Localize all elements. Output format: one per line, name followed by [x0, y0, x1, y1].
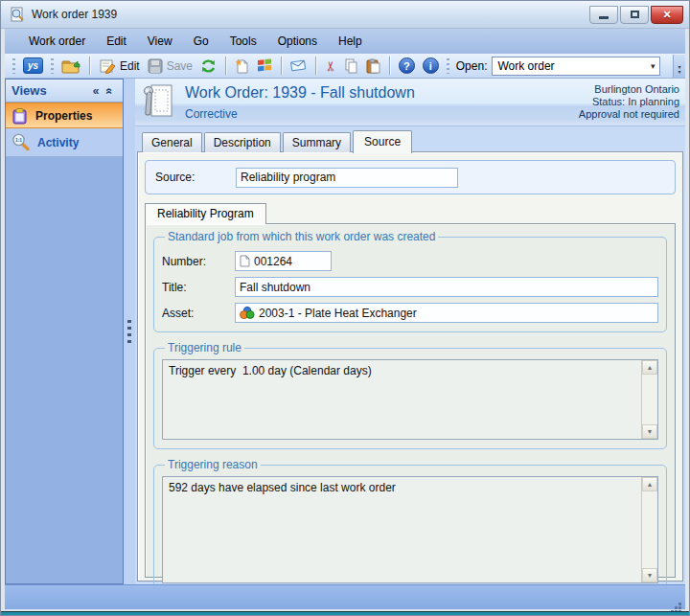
maximize-button[interactable] [620, 6, 649, 24]
menu-edit[interactable]: Edit [96, 31, 137, 52]
source-label: Source: [155, 171, 236, 184]
info-icon: i [423, 57, 439, 74]
document-header: Work Order: 1939 - Fall shutdown Correct… [135, 79, 685, 126]
info-button[interactable]: i [419, 56, 443, 76]
number-field[interactable]: 001264 [235, 251, 332, 271]
logo-button[interactable]: ys [19, 56, 47, 76]
tab-source[interactable]: Source [353, 130, 412, 153]
edit-icon [99, 58, 116, 74]
asset-field[interactable]: 2003-1 - Plate Heat Exchanger [235, 303, 658, 323]
title-label: Title: [162, 281, 235, 294]
tab-general[interactable]: General [142, 132, 202, 152]
asset-value: 2003-1 - Plate Heat Exchanger [259, 307, 417, 320]
vertical-scrollbar[interactable]: ▲ ▼ [641, 477, 657, 582]
help-button[interactable]: ? [395, 56, 419, 76]
activity-magnifier-icon: 1:1 [12, 133, 31, 151]
collapse-up-icon[interactable]: « [104, 83, 117, 98]
tab-strip: General Description Summary Source [142, 131, 414, 152]
triggering-reason-group: Triggering reason 592 days have elapsed … [153, 458, 667, 593]
views-sidebar: Views « « Properties 1:1 Ac [5, 79, 124, 584]
minimize-button[interactable] [589, 6, 618, 24]
window-controls: ✕ [589, 6, 683, 24]
envelope-icon [290, 59, 307, 72]
open-folder-button[interactable] [58, 57, 84, 76]
document-titles: Work Order: 1939 - Fall shutdown Correct… [185, 82, 415, 125]
subtab-reliability-program[interactable]: Reliability Program [145, 203, 266, 224]
menu-help[interactable]: Help [328, 31, 373, 52]
new-document-button[interactable] [231, 57, 253, 76]
toolbar-grip[interactable] [12, 58, 15, 74]
triggering-rule-group: Triggering rule Trigger every 1.00 day (… [153, 341, 667, 449]
copy-button[interactable] [340, 57, 362, 76]
menu-bar: Work order Edit View Go Tools Options He… [5, 29, 685, 54]
windows-button[interactable] [253, 57, 276, 75]
menu-options[interactable]: Options [267, 31, 328, 52]
triggering-rule-textarea[interactable]: Trigger every 1.00 day (Calendar days) ▲… [162, 359, 658, 440]
toolbar-overflow-button[interactable]: ▾ ▾ [673, 55, 685, 78]
app-logo-icon: ys [23, 57, 43, 74]
paste-button[interactable] [362, 57, 384, 76]
title-field[interactable]: Fall shutdown [235, 277, 658, 297]
collapse-left-icon[interactable]: « [89, 84, 104, 98]
folder-up-icon [61, 58, 80, 74]
save-button[interactable]: Save [144, 57, 196, 76]
send-button[interactable] [287, 57, 310, 74]
document-small-icon [240, 255, 250, 267]
toolbar: ys Edit [5, 54, 685, 79]
refresh-button[interactable] [196, 57, 220, 76]
source-field[interactable]: Reliability program [236, 168, 458, 188]
toolbar-separator [315, 57, 316, 75]
minimize-icon [599, 16, 609, 19]
scrollbar-track[interactable] [642, 491, 657, 568]
source-tab-page: Source: Reliability program Reliability … [137, 151, 683, 582]
title-bar: Work order 1939 ✕ [1, 1, 689, 29]
open-combobox-value: Work order [497, 59, 554, 73]
edit-button-label: Edit [120, 59, 140, 73]
scroll-down-button[interactable]: ▼ [642, 424, 657, 439]
status-text: Status: In planning [579, 96, 679, 108]
tab-summary[interactable]: Summary [283, 132, 351, 152]
page-title: Work Order: 1939 - Fall shutdown [185, 84, 415, 102]
menu-work-order[interactable]: Work order [18, 31, 96, 52]
views-title: Views [12, 83, 47, 98]
menu-tools[interactable]: Tools [219, 31, 267, 52]
reliability-program-page: Standard job from which this work order … [145, 223, 676, 578]
window-title: Work order 1939 [32, 8, 117, 21]
toolbar-separator [281, 57, 282, 75]
toolbar-grip[interactable] [447, 58, 449, 74]
vertical-scrollbar[interactable]: ▲ ▼ [641, 360, 657, 439]
toolbar-grip[interactable] [51, 58, 54, 74]
scroll-up-button[interactable]: ▲ [642, 477, 657, 491]
tab-description[interactable]: Description [204, 132, 281, 152]
sidebar-item-label: Properties [35, 109, 92, 123]
sidebar-item-activity[interactable]: 1:1 Activity [6, 128, 123, 157]
number-label: Number: [162, 255, 235, 268]
scrollbar-track[interactable] [642, 375, 657, 424]
toolbar-separator [225, 57, 226, 75]
views-header: Views « « [6, 80, 123, 103]
resize-grip[interactable] [678, 603, 681, 605]
triggering-reason-textarea[interactable]: 592 days have elapsed since last work or… [162, 476, 658, 583]
status-block: Burlington Ontario Status: In planning A… [579, 82, 679, 125]
edit-button[interactable]: Edit [95, 57, 144, 76]
properties-icon [12, 107, 29, 125]
menu-go[interactable]: Go [183, 31, 219, 52]
open-label: Open: [456, 59, 488, 73]
cut-button[interactable]: ✂ [321, 57, 340, 76]
open-combobox[interactable]: Work order ▾ [492, 57, 660, 76]
triggering-reason-label: Triggering reason [165, 458, 261, 471]
svg-text:1:1: 1:1 [15, 137, 22, 143]
scroll-up-button[interactable]: ▲ [642, 360, 657, 375]
title-row: Title: Fall shutdown [162, 277, 658, 297]
close-button[interactable]: ✕ [651, 6, 683, 24]
copy-icon [344, 58, 358, 74]
work-order-icon [143, 83, 173, 120]
location-text: Burlington Ontario [579, 83, 679, 96]
sidebar-item-properties[interactable]: Properties [6, 103, 123, 128]
scroll-down-button[interactable]: ▼ [642, 568, 657, 582]
asset-row: Asset: 2003-1 - Plate Heat Exchanger [162, 303, 658, 323]
sidebar-splitter[interactable] [124, 79, 135, 584]
splitter-grip-icon [127, 320, 131, 343]
app-window: Work order 1939 ✕ Work order Edit View G… [0, 0, 690, 616]
menu-view[interactable]: View [137, 31, 183, 52]
